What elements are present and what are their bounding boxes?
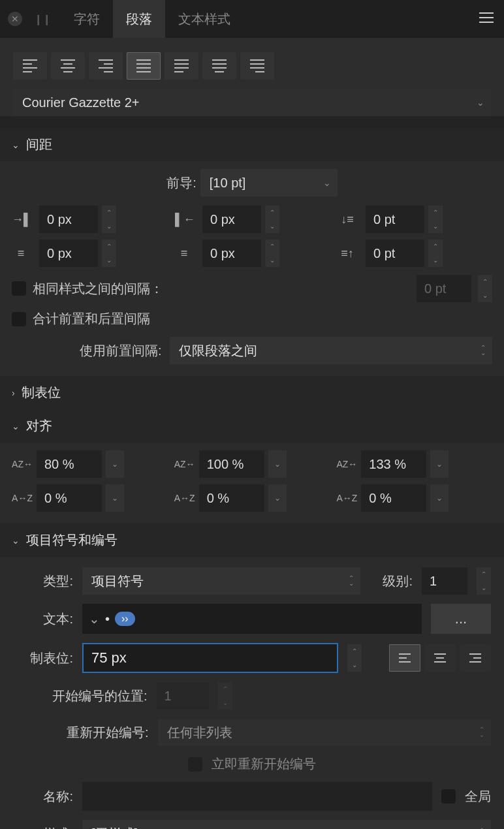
tabstops-title: 制表位	[22, 384, 61, 401]
align-right-button[interactable]	[89, 52, 123, 80]
chevron-down-icon: ⌄	[12, 140, 20, 150]
align-left-button[interactable]	[13, 52, 47, 80]
dropdown-button[interactable]: ⌄	[430, 484, 449, 512]
dropdown-button[interactable]: ⌄	[268, 484, 287, 512]
spacing-header[interactable]: ⌄ 间距	[0, 128, 504, 161]
spinner[interactable]: ⌃⌄	[102, 206, 116, 233]
chevron-down-icon: ⌄	[12, 421, 20, 431]
word-opt-input[interactable]	[199, 450, 264, 478]
bullets-title: 项目符号和编号	[26, 531, 118, 549]
list-align-center-button[interactable]	[424, 644, 456, 672]
chevron-right-icon: ›	[12, 388, 15, 398]
dropdown-button[interactable]: ⌄	[106, 484, 124, 512]
spinner[interactable]: ⌃⌄	[477, 567, 491, 595]
word-opt-icon: AZ↔	[174, 459, 195, 469]
same-style-label: 相同样式之间的间隔：	[33, 280, 163, 298]
leading-select[interactable]: [10 pt] ⌄	[200, 169, 338, 196]
text-label: 文本:	[13, 610, 73, 628]
indent-right-input[interactable]	[202, 206, 261, 233]
restart-label: 重新开始编号:	[67, 724, 149, 742]
alignment-toolbar	[0, 38, 504, 85]
restart-now-label: 立即重新开始编号	[212, 755, 316, 773]
sum-spacing-label: 合计前置和后置间隔	[33, 310, 150, 328]
list-align-left-button[interactable]	[389, 644, 420, 672]
paragraph-style-select[interactable]: Courier Gazzette 2+ ⌄	[13, 89, 491, 116]
leading-label: 前导:	[166, 174, 197, 192]
word-max-input[interactable]	[361, 450, 426, 478]
level-input[interactable]	[422, 567, 467, 595]
spinner[interactable]: ⌃⌄	[428, 240, 443, 267]
style-select[interactable]: [无样式] ⌃⌄	[82, 820, 491, 829]
type-label: 类型:	[13, 572, 73, 590]
name-input[interactable]	[82, 782, 432, 811]
spinner[interactable]: ⌃⌄	[265, 240, 279, 267]
close-icon[interactable]: ✕	[8, 12, 22, 26]
word-min-icon: AZ↔	[12, 459, 33, 469]
space-after-input[interactable]	[366, 240, 424, 267]
restart-select[interactable]: 任何非列表 ⌃⌄	[158, 719, 491, 746]
menu-icon[interactable]	[479, 12, 494, 27]
letter-min-icon: A↔Z	[12, 493, 33, 503]
chevron-down-icon: ⌄	[323, 178, 331, 188]
restart-now-checkbox[interactable]	[188, 757, 202, 772]
updown-icon: ⌃⌄	[479, 727, 484, 738]
dropdown-button[interactable]: ⌄	[106, 450, 124, 478]
indent-left-input[interactable]	[39, 206, 98, 233]
letter-opt-input[interactable]	[199, 484, 264, 512]
letter-opt-icon: A↔Z	[174, 493, 195, 503]
use-before-label: 使用前置间隔:	[80, 342, 162, 360]
tab-char[interactable]: 字符	[61, 0, 113, 38]
tab-paragraph[interactable]: 段落	[113, 0, 165, 38]
align-center-button[interactable]	[51, 52, 85, 80]
spinner[interactable]: ⌃⌄	[265, 206, 279, 233]
start-at-input	[157, 682, 209, 710]
list-align-right-button[interactable]	[460, 644, 491, 672]
spinner[interactable]: ⌃⌄	[478, 275, 492, 302]
start-at-label: 开始编号的位置:	[52, 687, 148, 705]
spinner[interactable]: ⌃⌄	[347, 644, 362, 672]
sum-spacing-checkbox[interactable]	[12, 312, 26, 326]
dropdown-button[interactable]: ⌄	[268, 450, 287, 478]
space-after-icon: ≡↑	[338, 247, 356, 260]
global-checkbox[interactable]	[441, 789, 456, 804]
tab-input[interactable]	[82, 643, 338, 673]
spinner[interactable]: ⌃⌄	[428, 206, 443, 233]
tab-textstyle[interactable]: 文本样式	[165, 0, 244, 38]
first-line-input[interactable]	[39, 240, 98, 267]
word-min-input[interactable]	[37, 450, 102, 478]
space-before-icon: ↓≡	[338, 213, 356, 227]
dropdown-button[interactable]: ⌄	[430, 450, 449, 478]
bullet-text-input[interactable]: ⌄ • ››	[82, 604, 422, 634]
more-button[interactable]: ...	[431, 604, 491, 634]
align-justify-right-button[interactable]	[240, 52, 274, 80]
spacing-title: 间距	[26, 136, 52, 153]
global-label: 全局	[465, 788, 491, 806]
chevron-down-icon: ⌄	[477, 97, 484, 108]
space-before-input[interactable]	[366, 206, 424, 233]
type-select[interactable]: 项目符号 ⌃⌄	[82, 567, 360, 595]
letter-min-input[interactable]	[37, 484, 102, 512]
word-max-icon: AZ↔	[336, 459, 357, 469]
spinner: ⌃⌄	[218, 682, 232, 710]
pause-icon: ❙❙	[34, 13, 51, 25]
same-style-checkbox[interactable]	[12, 281, 26, 296]
level-label: 级别:	[383, 572, 413, 590]
chevron-down-icon[interactable]: ⌄	[89, 611, 100, 627]
updown-icon: ⌃⌄	[349, 576, 354, 586]
align-justify-center-button[interactable]	[202, 52, 236, 80]
spinner[interactable]: ⌃⌄	[102, 240, 116, 267]
letter-max-input[interactable]	[361, 484, 426, 512]
align-justify-button[interactable]	[127, 52, 161, 80]
spacing-body: 前导: [10 pt] ⌄ →▌ ⌃⌄ ▌← ⌃⌄ ↓≡ ⌃⌄ ≡ ⌃⌄ ≡ ⌃…	[0, 161, 504, 376]
justify-body: AZ↔⌄ AZ↔⌄ AZ↔⌄ A↔Z⌄ A↔Z⌄ A↔Z⌄	[0, 443, 504, 524]
last-line-input[interactable]	[202, 240, 261, 267]
indent-left-icon: →▌	[12, 213, 30, 227]
tabstops-header[interactable]: › 制表位	[0, 376, 504, 409]
justify-header[interactable]: ⌄ 对齐	[0, 409, 504, 443]
name-label: 名称:	[13, 788, 73, 806]
chevron-down-icon: ⌄	[12, 535, 20, 546]
align-justify-left-button[interactable]	[165, 52, 198, 80]
use-before-select[interactable]: 仅限段落之间 ⌃⌄	[170, 337, 492, 364]
bullets-header[interactable]: ⌄ 项目符号和编号	[0, 524, 504, 557]
bullet-glyph: •	[105, 612, 110, 627]
